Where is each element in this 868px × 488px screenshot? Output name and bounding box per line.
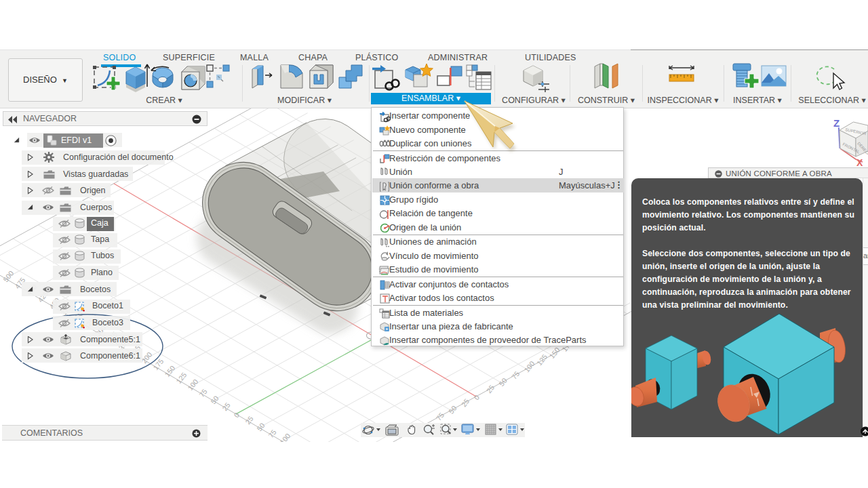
svg-text:125: 125: [535, 352, 549, 367]
svg-text:100: 100: [522, 359, 536, 373]
svg-text:75: 75: [510, 369, 521, 381]
svg-text:500: 500: [1, 269, 15, 283]
svg-text:25: 25: [485, 383, 496, 394]
svg-text:125: 125: [174, 371, 188, 385]
svg-text:100: 100: [278, 432, 292, 446]
svg-text:Z: Z: [833, 117, 840, 129]
svg-text:75: 75: [434, 411, 446, 422]
svg-text:50: 50: [497, 376, 509, 388]
svg-text:X: X: [856, 157, 863, 168]
svg-text:25: 25: [460, 397, 471, 409]
svg-text:50: 50: [447, 404, 458, 415]
svg-text:100: 100: [186, 378, 199, 392]
svg-text:150: 150: [547, 346, 561, 360]
